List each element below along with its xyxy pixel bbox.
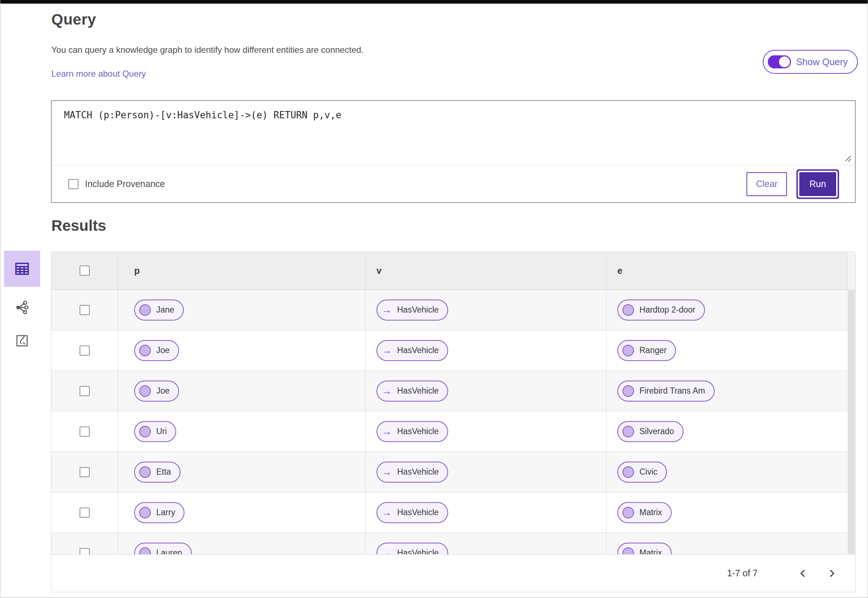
node-circle-icon (139, 507, 151, 519)
cell-e: Civic (607, 452, 847, 492)
table-view-icon (13, 260, 31, 278)
table-row: Etta → HasVehicle Civic (51, 452, 855, 492)
node-circle-icon (622, 304, 634, 316)
row-checkbox[interactable] (79, 386, 90, 396)
map-view-icon (15, 333, 29, 348)
edge-arrow-icon: → (382, 305, 392, 315)
include-provenance-checkbox[interactable] (68, 179, 78, 189)
edge-chip[interactable]: → HasVehicle (376, 299, 448, 320)
table-header-row: p v e (51, 252, 855, 290)
show-query-toggle[interactable]: Show Query (763, 50, 858, 74)
edge-arrow-icon: → (382, 508, 392, 518)
node-chip[interactable]: Silverado (617, 421, 684, 442)
table-row: Uri → HasVehicle Silverado (51, 411, 855, 452)
edge-chip[interactable]: → HasVehicle (376, 462, 448, 483)
node-chip-label: Joe (156, 386, 170, 396)
row-checkbox-cell (51, 330, 118, 371)
results-title: Results (51, 217, 106, 235)
node-chip[interactable]: Ranger (617, 340, 676, 361)
query-actions-bar: Include Provenance Clear Run (52, 166, 855, 202)
top-bar (0, 0, 868, 4)
node-chip-label: Silverado (639, 426, 674, 436)
node-chip[interactable]: Joe (134, 381, 179, 402)
next-page-button[interactable] (823, 564, 841, 582)
node-circle-icon (622, 507, 634, 519)
map-view-button[interactable] (4, 328, 40, 353)
column-header-p[interactable]: p (118, 252, 366, 289)
column-header-e[interactable]: e (607, 252, 847, 289)
scrollbar-thumb[interactable] (848, 290, 855, 554)
node-circle-icon (139, 345, 151, 356)
previous-page-button[interactable] (794, 564, 812, 582)
edge-chip[interactable]: → HasVehicle (376, 381, 448, 402)
resize-handle-icon[interactable] (844, 154, 852, 163)
edge-chip-label: HasVehicle (397, 386, 439, 396)
edge-chip[interactable]: → HasVehicle (376, 543, 448, 555)
node-circle-icon (139, 547, 151, 555)
toggle-on-icon (768, 55, 791, 68)
page-title: Query (51, 11, 96, 28)
node-circle-icon (622, 345, 634, 356)
page-range-label: 1-7 of 7 (727, 568, 758, 579)
node-chip[interactable]: Civic (617, 462, 667, 483)
edge-chip[interactable]: → HasVehicle (376, 421, 448, 442)
cell-e: Silverado (607, 411, 847, 451)
column-header-v[interactable]: v (366, 252, 607, 289)
query-page: Query You can query a knowledge graph to… (0, 0, 868, 598)
node-chip[interactable]: Matrix (617, 543, 672, 555)
node-circle-icon (622, 426, 634, 437)
node-chip[interactable]: Joe (134, 340, 179, 361)
learn-more-link[interactable]: Learn more about Query (51, 69, 146, 79)
vertical-scrollbar[interactable] (847, 290, 855, 555)
node-circle-icon (622, 547, 634, 555)
row-checkbox[interactable] (79, 305, 90, 315)
node-chip[interactable]: Uri (134, 421, 176, 442)
row-checkbox[interactable] (79, 508, 90, 518)
cell-p: Joe (118, 371, 366, 411)
select-all-checkbox[interactable] (79, 266, 90, 276)
header-scrollbar-spacer (847, 252, 855, 289)
row-checkbox[interactable] (79, 467, 90, 477)
pagination-bar: 1-7 of 7 (51, 554, 856, 592)
table-view-button[interactable] (4, 251, 40, 287)
node-chip[interactable]: Firebird Trans Am (617, 381, 715, 402)
cell-v: → HasVehicle (366, 411, 607, 451)
node-chip-label: Uri (156, 426, 167, 436)
node-chip[interactable]: Jane (134, 299, 184, 320)
edge-chip[interactable]: → HasVehicle (376, 340, 448, 361)
edge-chip-label: HasVehicle (397, 467, 439, 477)
cell-v: → HasVehicle (366, 290, 607, 330)
table-row: Larry → HasVehicle Matrix (51, 492, 855, 533)
edge-chip-label: HasVehicle (397, 305, 439, 315)
run-button[interactable]: Run (799, 172, 836, 196)
results-table: p v e Jane → HasVehicle Hardtop 2- (51, 251, 856, 555)
row-checkbox[interactable] (79, 426, 90, 437)
edge-arrow-icon: → (382, 548, 392, 555)
cell-v: → HasVehicle (366, 533, 607, 555)
node-chip[interactable]: Hardtop 2-door (617, 299, 705, 320)
node-chip[interactable]: Matrix (617, 502, 672, 523)
node-circle-icon (139, 304, 151, 316)
cell-p: Jane (118, 290, 366, 330)
query-input[interactable]: MATCH (p:Person)-[v:HasVehicle]->(e) RET… (52, 101, 855, 165)
row-checkbox[interactable] (79, 548, 90, 555)
row-checkbox-cell (51, 492, 118, 532)
node-chip-label: Larry (156, 508, 175, 517)
table-row: Joe → HasVehicle Firebird Trans Am (51, 371, 855, 411)
row-checkbox[interactable] (79, 345, 90, 356)
clear-button[interactable]: Clear (747, 172, 787, 196)
edge-arrow-icon: → (382, 386, 392, 396)
edge-chip-label: HasVehicle (397, 508, 439, 517)
view-switcher (4, 251, 40, 353)
node-chip[interactable]: Lauren (134, 543, 192, 555)
graph-view-icon (14, 299, 30, 315)
graph-view-button[interactable] (4, 295, 40, 320)
header-checkbox-cell (51, 252, 118, 289)
cell-v: → HasVehicle (366, 330, 607, 371)
node-chip[interactable]: Larry (134, 502, 184, 523)
node-chip-label: Matrix (639, 508, 662, 517)
edge-chip-label: HasVehicle (397, 345, 439, 355)
cell-e: Ranger (607, 330, 847, 371)
edge-chip[interactable]: → HasVehicle (376, 502, 448, 523)
node-chip[interactable]: Etta (134, 462, 181, 483)
